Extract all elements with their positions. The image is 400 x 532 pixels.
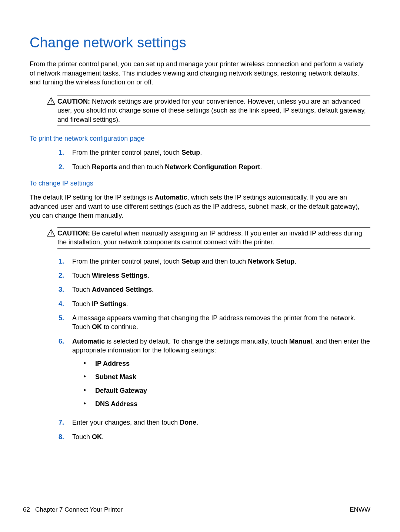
step-body: From the printer control panel, touch Se…: [72, 148, 370, 157]
step-number: 8.: [57, 432, 64, 441]
page-title: Change network settings: [30, 33, 370, 52]
list-item: 5. A message appears warning that changi…: [57, 314, 370, 332]
bullet-item: DNS Address: [83, 399, 370, 408]
step-number: 5.: [57, 314, 64, 322]
bullet-list: IP Address Subnet Mask Default Gateway D…: [83, 359, 370, 408]
list-item: 2. Touch Reports and then touch Network …: [57, 163, 370, 171]
section-intro: The default IP setting for the IP settin…: [30, 193, 370, 220]
step-body: A message appears warning that changing …: [72, 314, 370, 332]
bullet-item: Subnet Mask: [83, 372, 370, 381]
caution-text: Be careful when manually assigning an IP…: [57, 230, 362, 246]
chapter-label: Chapter 7 Connect Your Printer: [35, 506, 123, 514]
step-body: From the printer control panel, touch Se…: [72, 257, 370, 266]
caution-box: CAUTION: Be careful when manually assign…: [45, 225, 370, 249]
caution-box: CAUTION: Network settings are provided f…: [45, 93, 370, 126]
list-item: 6. Automatic is selected by default. To …: [57, 337, 370, 413]
step-body: Touch Advanced Settings.: [72, 285, 370, 294]
list-item: 7. Enter your changes, and then touch Do…: [57, 418, 370, 427]
svg-rect-1: [51, 103, 51, 104]
list-item: 1. From the printer control panel, touch…: [57, 257, 370, 266]
list-item: 3. Touch Advanced Settings.: [57, 285, 370, 294]
divider: [57, 96, 370, 96]
step-number: 6.: [57, 337, 64, 346]
step-body: Touch Reports and then touch Network Con…: [72, 163, 370, 171]
list-item: 1. From the printer control panel, touch…: [57, 148, 370, 157]
step-number: 2.: [57, 163, 64, 171]
caution-body: CAUTION: Be careful when manually assign…: [57, 229, 370, 247]
step-body: Enter your changes, and then touch Done.: [72, 418, 370, 427]
step-number: 1.: [57, 257, 64, 266]
step-number: 7.: [57, 418, 64, 427]
list-item: 2. Touch Wireless Settings.: [57, 271, 370, 280]
step-body: Automatic is selected by default. To cha…: [72, 337, 370, 413]
caution-text: Network settings are provided for your c…: [57, 98, 366, 123]
ordered-list: 1. From the printer control panel, touch…: [57, 148, 370, 171]
divider: [57, 126, 370, 126]
page-number: 62: [23, 506, 30, 514]
svg-rect-2: [51, 232, 51, 234]
intro-paragraph: From the printer control panel, you can …: [30, 60, 370, 87]
divider: [57, 227, 370, 228]
list-item: 4. Touch IP Settings.: [57, 300, 370, 308]
step-body: Touch OK.: [72, 432, 370, 441]
bullet-item: Default Gateway: [83, 386, 370, 395]
ordered-list: 1. From the printer control panel, touch…: [57, 257, 370, 441]
footer-right: ENWW: [350, 506, 370, 514]
document-page: Change network settings From the printer…: [0, 0, 400, 532]
svg-rect-3: [51, 235, 51, 235]
list-item: 8. Touch OK.: [57, 432, 370, 441]
svg-rect-0: [51, 100, 51, 102]
caution-body: CAUTION: Network settings are provided f…: [57, 97, 370, 124]
section-heading: To print the network configuration page: [30, 134, 370, 143]
caution-label: CAUTION:: [57, 230, 90, 237]
warning-icon: [47, 229, 55, 237]
caution-label: CAUTION:: [57, 98, 90, 105]
step-body: Touch Wireless Settings.: [72, 271, 370, 280]
step-number: 2.: [57, 271, 64, 280]
divider: [57, 248, 370, 249]
step-number: 3.: [57, 285, 64, 294]
warning-icon: [47, 97, 55, 105]
step-number: 4.: [57, 300, 64, 308]
step-number: 1.: [57, 148, 64, 157]
section-heading: To change IP settings: [30, 179, 370, 188]
step-body: Touch IP Settings.: [72, 300, 370, 308]
page-footer: 62 Chapter 7 Connect Your Printer ENWW: [23, 506, 370, 514]
bullet-item: IP Address: [83, 359, 370, 368]
